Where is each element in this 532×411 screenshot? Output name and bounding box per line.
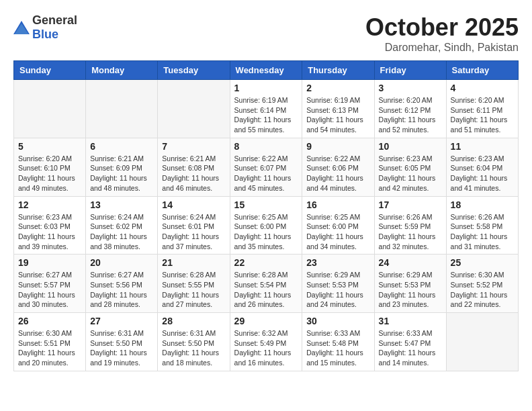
day-number: 11	[451, 141, 514, 152]
day-number: 18	[451, 199, 514, 210]
day-number: 19	[18, 257, 81, 268]
calendar-day-cell: 8Sunrise: 6:22 AM Sunset: 6:07 PM Daylig…	[230, 138, 302, 196]
calendar-day-cell: 21Sunrise: 6:28 AM Sunset: 5:55 PM Dayli…	[158, 255, 230, 313]
day-info: Sunrise: 6:30 AM Sunset: 5:51 PM Dayligh…	[18, 328, 81, 368]
calendar-week-row: 5Sunrise: 6:20 AM Sunset: 6:10 PM Daylig…	[14, 138, 519, 196]
calendar-day-cell: 10Sunrise: 6:23 AM Sunset: 6:05 PM Dayli…	[374, 138, 446, 196]
calendar-day-cell: 28Sunrise: 6:31 AM Sunset: 5:50 PM Dayli…	[158, 313, 230, 371]
day-info: Sunrise: 6:27 AM Sunset: 5:57 PM Dayligh…	[18, 270, 81, 310]
calendar-day-cell: 7Sunrise: 6:21 AM Sunset: 6:08 PM Daylig…	[158, 138, 230, 196]
day-info: Sunrise: 6:33 AM Sunset: 5:48 PM Dayligh…	[306, 328, 369, 368]
calendar-day-cell: 26Sunrise: 6:30 AM Sunset: 5:51 PM Dayli…	[14, 313, 86, 371]
logo-icon	[13, 21, 30, 34]
day-number: 26	[18, 316, 81, 326]
calendar-week-row: 12Sunrise: 6:23 AM Sunset: 6:03 PM Dayli…	[14, 196, 519, 255]
calendar-day-cell: 1Sunrise: 6:19 AM Sunset: 6:14 PM Daylig…	[230, 80, 302, 138]
day-info: Sunrise: 6:23 AM Sunset: 6:04 PM Dayligh…	[451, 154, 514, 193]
day-number: 10	[379, 141, 442, 152]
calendar-day-cell: 25Sunrise: 6:30 AM Sunset: 5:52 PM Dayli…	[446, 255, 518, 313]
logo-blue: Blue	[32, 28, 58, 41]
day-number: 17	[379, 199, 442, 210]
day-info: Sunrise: 6:32 AM Sunset: 5:49 PM Dayligh…	[234, 328, 298, 368]
day-number: 5	[18, 141, 81, 152]
calendar-day-cell: 24Sunrise: 6:29 AM Sunset: 5:53 PM Dayli…	[374, 255, 446, 313]
day-number: 8	[234, 141, 298, 152]
day-number: 3	[379, 83, 442, 93]
day-info: Sunrise: 6:22 AM Sunset: 6:07 PM Dayligh…	[234, 154, 298, 193]
day-info: Sunrise: 6:19 AM Sunset: 6:14 PM Dayligh…	[234, 95, 298, 135]
day-info: Sunrise: 6:30 AM Sunset: 5:52 PM Dayligh…	[451, 270, 514, 310]
location-title: Daromehar, Sindh, Pakistan	[365, 42, 519, 54]
day-info: Sunrise: 6:25 AM Sunset: 6:00 PM Dayligh…	[234, 212, 298, 252]
calendar-day-cell	[446, 313, 518, 371]
month-title: October 2025	[365, 13, 519, 42]
day-number: 27	[90, 316, 153, 326]
day-number: 28	[162, 316, 225, 326]
calendar-day-cell: 11Sunrise: 6:23 AM Sunset: 6:04 PM Dayli…	[446, 138, 518, 196]
day-number: 16	[306, 199, 369, 210]
calendar-day-cell: 27Sunrise: 6:31 AM Sunset: 5:50 PM Dayli…	[86, 313, 158, 371]
weekday-header-friday: Friday	[374, 61, 446, 80]
day-number: 6	[90, 141, 153, 152]
page-header: General Blue October 2025 Daromehar, Sin…	[13, 13, 519, 54]
calendar-day-cell: 15Sunrise: 6:25 AM Sunset: 6:00 PM Dayli…	[230, 196, 302, 255]
day-info: Sunrise: 6:27 AM Sunset: 5:56 PM Dayligh…	[90, 270, 153, 310]
svg-marker-1	[15, 24, 29, 34]
day-info: Sunrise: 6:21 AM Sunset: 6:08 PM Dayligh…	[162, 154, 225, 193]
day-number: 21	[162, 257, 225, 268]
calendar-day-cell: 9Sunrise: 6:22 AM Sunset: 6:06 PM Daylig…	[302, 138, 374, 196]
calendar-day-cell: 16Sunrise: 6:25 AM Sunset: 6:00 PM Dayli…	[302, 196, 374, 255]
day-number: 24	[379, 257, 442, 268]
calendar-day-cell: 18Sunrise: 6:26 AM Sunset: 5:58 PM Dayli…	[446, 196, 518, 255]
day-info: Sunrise: 6:25 AM Sunset: 6:00 PM Dayligh…	[306, 212, 369, 252]
calendar-table: SundayMondayTuesdayWednesdayThursdayFrid…	[13, 60, 519, 371]
day-info: Sunrise: 6:20 AM Sunset: 6:12 PM Dayligh…	[379, 95, 442, 135]
day-info: Sunrise: 6:33 AM Sunset: 5:47 PM Dayligh…	[379, 328, 442, 368]
day-info: Sunrise: 6:26 AM Sunset: 5:59 PM Dayligh…	[379, 212, 442, 252]
day-info: Sunrise: 6:29 AM Sunset: 5:53 PM Dayligh…	[379, 270, 442, 310]
calendar-day-cell	[158, 80, 230, 138]
day-number: 9	[306, 141, 369, 152]
weekday-header-thursday: Thursday	[302, 61, 374, 80]
day-info: Sunrise: 6:24 AM Sunset: 6:01 PM Dayligh…	[162, 212, 225, 252]
weekday-header-tuesday: Tuesday	[158, 61, 230, 80]
weekday-header-sunday: Sunday	[14, 61, 86, 80]
day-number: 29	[234, 316, 298, 326]
day-number: 14	[162, 199, 225, 210]
day-info: Sunrise: 6:26 AM Sunset: 5:58 PM Dayligh…	[451, 212, 514, 252]
day-number: 30	[306, 316, 369, 326]
calendar-day-cell: 2Sunrise: 6:19 AM Sunset: 6:13 PM Daylig…	[302, 80, 374, 138]
day-number: 7	[162, 141, 225, 152]
day-info: Sunrise: 6:19 AM Sunset: 6:13 PM Dayligh…	[306, 95, 369, 135]
calendar-day-cell	[86, 80, 158, 138]
day-number: 25	[451, 257, 514, 268]
calendar-day-cell: 12Sunrise: 6:23 AM Sunset: 6:03 PM Dayli…	[14, 196, 86, 255]
day-info: Sunrise: 6:24 AM Sunset: 6:02 PM Dayligh…	[90, 212, 153, 252]
day-info: Sunrise: 6:23 AM Sunset: 6:05 PM Dayligh…	[379, 154, 442, 193]
calendar-day-cell: 30Sunrise: 6:33 AM Sunset: 5:48 PM Dayli…	[302, 313, 374, 371]
logo-general: General	[32, 13, 77, 27]
weekday-header-row: SundayMondayTuesdayWednesdayThursdayFrid…	[14, 61, 519, 80]
day-number: 12	[18, 199, 81, 210]
calendar-day-cell: 19Sunrise: 6:27 AM Sunset: 5:57 PM Dayli…	[14, 255, 86, 313]
day-info: Sunrise: 6:20 AM Sunset: 6:11 PM Dayligh…	[451, 95, 514, 135]
title-section: October 2025 Daromehar, Sindh, Pakistan	[365, 13, 519, 54]
calendar-day-cell: 6Sunrise: 6:21 AM Sunset: 6:09 PM Daylig…	[86, 138, 158, 196]
day-info: Sunrise: 6:22 AM Sunset: 6:06 PM Dayligh…	[306, 154, 369, 193]
day-info: Sunrise: 6:20 AM Sunset: 6:10 PM Dayligh…	[18, 154, 81, 193]
weekday-header-wednesday: Wednesday	[230, 61, 302, 80]
calendar-day-cell: 29Sunrise: 6:32 AM Sunset: 5:49 PM Dayli…	[230, 313, 302, 371]
day-info: Sunrise: 6:28 AM Sunset: 5:54 PM Dayligh…	[234, 270, 298, 310]
calendar-day-cell: 23Sunrise: 6:29 AM Sunset: 5:53 PM Dayli…	[302, 255, 374, 313]
calendar-day-cell: 4Sunrise: 6:20 AM Sunset: 6:11 PM Daylig…	[446, 80, 518, 138]
day-info: Sunrise: 6:31 AM Sunset: 5:50 PM Dayligh…	[90, 328, 153, 368]
calendar-day-cell: 31Sunrise: 6:33 AM Sunset: 5:47 PM Dayli…	[374, 313, 446, 371]
calendar-day-cell: 20Sunrise: 6:27 AM Sunset: 5:56 PM Dayli…	[86, 255, 158, 313]
calendar-day-cell	[14, 80, 86, 138]
day-info: Sunrise: 6:23 AM Sunset: 6:03 PM Dayligh…	[18, 212, 81, 252]
day-number: 13	[90, 199, 153, 210]
calendar-week-row: 1Sunrise: 6:19 AM Sunset: 6:14 PM Daylig…	[14, 80, 519, 138]
day-number: 2	[306, 83, 369, 93]
calendar-day-cell: 13Sunrise: 6:24 AM Sunset: 6:02 PM Dayli…	[86, 196, 158, 255]
day-number: 22	[234, 257, 298, 268]
